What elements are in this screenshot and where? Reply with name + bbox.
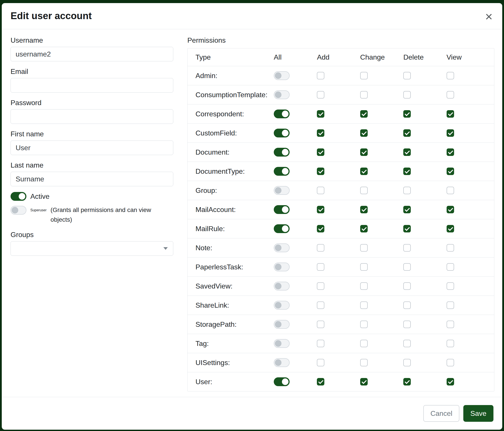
permission-delete-checkbox[interactable]	[403, 225, 411, 233]
permission-add-checkbox[interactable]	[317, 148, 324, 156]
permission-all-toggle[interactable]	[274, 320, 290, 329]
permission-add-checkbox[interactable]	[317, 187, 324, 194]
permission-change-checkbox[interactable]	[360, 187, 368, 194]
permission-add-checkbox[interactable]	[317, 244, 324, 251]
email-input[interactable]	[10, 78, 173, 93]
permission-delete-checkbox[interactable]	[403, 148, 411, 156]
permission-all-toggle[interactable]	[274, 186, 290, 195]
permission-add-checkbox[interactable]	[317, 168, 324, 175]
permission-delete-checkbox[interactable]	[403, 378, 411, 386]
permission-add-checkbox[interactable]	[317, 378, 324, 386]
permission-change-checkbox[interactable]	[360, 244, 368, 251]
permission-change-checkbox[interactable]	[360, 206, 368, 213]
permission-view-checkbox[interactable]	[447, 301, 454, 309]
permission-view-checkbox[interactable]	[447, 129, 454, 137]
permission-add-checkbox[interactable]	[317, 91, 324, 99]
permission-all-toggle[interactable]	[274, 148, 290, 157]
permission-view-checkbox[interactable]	[447, 72, 454, 79]
permission-add-checkbox[interactable]	[317, 206, 324, 213]
permission-view-checkbox[interactable]	[447, 244, 454, 251]
permission-view-checkbox[interactable]	[447, 206, 454, 213]
username-input[interactable]	[10, 47, 173, 61]
permission-change-checkbox[interactable]	[360, 168, 368, 175]
permission-view-checkbox[interactable]	[447, 263, 454, 271]
permission-view-checkbox[interactable]	[447, 378, 454, 386]
permission-view-checkbox[interactable]	[447, 148, 454, 156]
first-name-input[interactable]	[10, 141, 173, 155]
permission-add-checkbox[interactable]	[317, 129, 324, 137]
permission-all-toggle[interactable]	[274, 109, 290, 118]
password-input[interactable]	[10, 109, 173, 124]
permission-row: UISettings:	[188, 353, 494, 372]
permission-change-checkbox[interactable]	[360, 225, 368, 233]
permission-change-checkbox[interactable]	[360, 359, 368, 366]
permission-view-checkbox[interactable]	[447, 110, 454, 118]
permission-delete-checkbox[interactable]	[403, 340, 411, 347]
permission-view-checkbox[interactable]	[447, 340, 454, 347]
permission-delete-checkbox[interactable]	[403, 359, 411, 366]
permission-all-toggle[interactable]	[274, 243, 290, 252]
last-name-input[interactable]	[10, 172, 173, 186]
permission-add-checkbox[interactable]	[317, 359, 324, 366]
permission-add-checkbox[interactable]	[317, 72, 324, 79]
permission-all-toggle[interactable]	[274, 262, 290, 271]
permission-all-toggle[interactable]	[274, 167, 290, 176]
permission-delete-checkbox[interactable]	[403, 321, 411, 328]
permission-view-checkbox[interactable]	[447, 282, 454, 290]
permission-all-toggle[interactable]	[274, 129, 290, 137]
cancel-button[interactable]: Cancel	[423, 405, 459, 422]
permission-all-toggle[interactable]	[274, 205, 290, 214]
permission-change-checkbox[interactable]	[360, 301, 368, 309]
close-icon[interactable]: ×	[484, 10, 494, 23]
permission-all-toggle[interactable]	[274, 282, 290, 290]
permission-add-checkbox[interactable]	[317, 340, 324, 347]
permission-view-checkbox[interactable]	[447, 168, 454, 175]
superuser-toggle[interactable]	[10, 206, 26, 215]
permission-delete-checkbox[interactable]	[403, 129, 411, 137]
permission-change-checkbox[interactable]	[360, 72, 368, 79]
permission-all-toggle[interactable]	[274, 90, 290, 99]
permission-view-checkbox[interactable]	[447, 91, 454, 99]
permission-change-checkbox[interactable]	[360, 340, 368, 347]
permission-change-checkbox[interactable]	[360, 321, 368, 328]
permission-all-toggle[interactable]	[274, 377, 290, 386]
permission-add-checkbox[interactable]	[317, 321, 324, 328]
permission-delete-checkbox[interactable]	[403, 168, 411, 175]
permission-change-checkbox[interactable]	[360, 91, 368, 99]
permission-delete-checkbox[interactable]	[403, 72, 411, 79]
save-button[interactable]: Save	[463, 405, 494, 422]
permission-view-checkbox[interactable]	[447, 187, 454, 194]
permission-change-checkbox[interactable]	[360, 282, 368, 290]
permission-delete-checkbox[interactable]	[403, 263, 411, 271]
permission-all-toggle[interactable]	[274, 224, 290, 233]
permission-view-checkbox[interactable]	[447, 225, 454, 233]
permission-add-checkbox[interactable]	[317, 263, 324, 271]
permission-all-toggle[interactable]	[274, 358, 290, 367]
username-label: Username	[10, 36, 173, 45]
permission-view-checkbox[interactable]	[447, 321, 454, 328]
permission-change-checkbox[interactable]	[360, 110, 368, 118]
permission-all-toggle[interactable]	[274, 339, 290, 348]
permission-delete-checkbox[interactable]	[403, 206, 411, 213]
column-header-change: Change	[360, 53, 403, 61]
permission-change-checkbox[interactable]	[360, 263, 368, 271]
permission-add-checkbox[interactable]	[317, 110, 324, 118]
active-toggle[interactable]	[10, 192, 26, 201]
permission-delete-checkbox[interactable]	[403, 282, 411, 290]
permission-delete-checkbox[interactable]	[403, 187, 411, 194]
permission-all-toggle[interactable]	[274, 301, 290, 310]
permission-view-checkbox[interactable]	[447, 359, 454, 366]
permission-change-checkbox[interactable]	[360, 378, 368, 386]
groups-select[interactable]	[10, 241, 173, 256]
permission-add-checkbox[interactable]	[317, 225, 324, 233]
permission-all-toggle[interactable]	[274, 71, 290, 80]
permission-row: StoragePath:	[188, 315, 494, 334]
permission-delete-checkbox[interactable]	[403, 110, 411, 118]
permission-change-checkbox[interactable]	[360, 129, 368, 137]
permission-delete-checkbox[interactable]	[403, 244, 411, 251]
permission-delete-checkbox[interactable]	[403, 301, 411, 309]
permission-add-checkbox[interactable]	[317, 282, 324, 290]
permission-add-checkbox[interactable]	[317, 301, 324, 309]
permission-change-checkbox[interactable]	[360, 148, 368, 156]
permission-delete-checkbox[interactable]	[403, 91, 411, 99]
